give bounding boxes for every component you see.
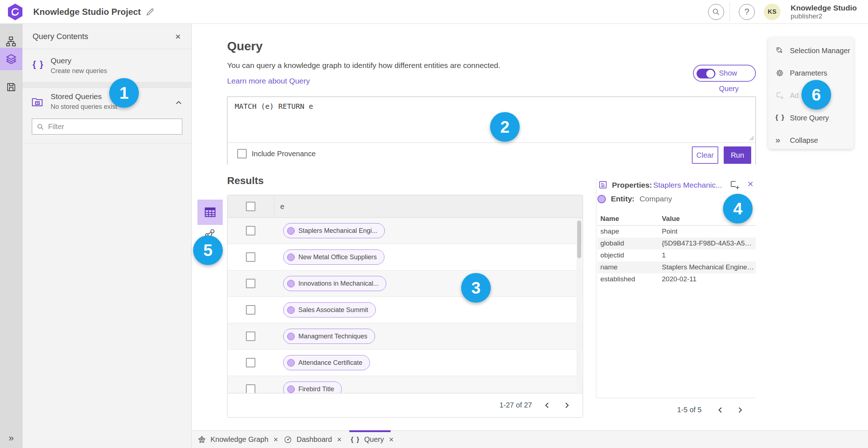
gear-icon	[775, 69, 784, 77]
properties-next-page-button[interactable]	[734, 404, 746, 416]
menu-item-label: Parameters	[790, 66, 827, 80]
stored-queries-subtitle: No stored queries exist	[51, 103, 117, 111]
close-tab-icon[interactable]: ×	[336, 435, 342, 444]
property-row: established 2020-02-11	[597, 273, 756, 285]
layers-button-selected[interactable]	[0, 48, 22, 70]
entity-type-dot-icon	[597, 195, 606, 203]
stored-queries-folder-icon	[31, 96, 43, 108]
entity-chip[interactable]: Staplers Mechanical Engi...	[283, 223, 385, 238]
table-row[interactable]: Managment Techniques	[227, 323, 583, 350]
close-tab-icon[interactable]: ×	[273, 435, 279, 444]
entity-dot-icon	[287, 227, 295, 235]
user-avatar[interactable]: KS	[764, 4, 780, 20]
search-button[interactable]	[708, 4, 724, 20]
menu-item-parameters[interactable]: Parameters	[768, 66, 854, 80]
table-row[interactable]: Innovations in Mechanical...	[227, 270, 583, 297]
toggle-label: Show Query	[719, 65, 755, 81]
show-query-toggle[interactable]: Show Query	[693, 65, 756, 82]
results-pagination: 1-27 of 27	[499, 401, 532, 409]
chevron-up-icon[interactable]	[174, 98, 183, 107]
include-provenance-checkbox[interactable]	[237, 149, 247, 158]
filter-input[interactable]	[48, 119, 178, 134]
property-row: name Staplers Mechanical Engineering	[597, 261, 756, 273]
sidebar-item-query[interactable]: { } Query Create new queries	[22, 49, 191, 82]
header-divider	[729, 2, 730, 22]
row-checkbox[interactable]	[246, 384, 255, 393]
table-row[interactable]: Attendance Certificate	[227, 350, 583, 376]
entity-dot-icon	[287, 280, 295, 287]
close-tab-icon[interactable]: ×	[388, 435, 394, 444]
run-button[interactable]: Run	[724, 146, 751, 164]
property-row: objectid 1	[597, 249, 756, 261]
query-code-input[interactable]: MATCH (e) RETURN e	[235, 102, 313, 111]
entity-chip[interactable]: Managment Techniques	[283, 329, 375, 344]
chevron-left-icon	[543, 401, 552, 410]
learn-more-link[interactable]: Learn more about Query	[227, 77, 310, 85]
annotation-badge-2: 2	[490, 112, 520, 142]
property-value: {5D9B4713-F98D-4A53-A59F-C11...	[662, 239, 755, 247]
tab-dashboard[interactable]: Dashboard ×	[284, 431, 342, 448]
entity-chip[interactable]: New Metal Office Suppliers	[283, 249, 384, 265]
sidebar-item-stored-queries[interactable]: Stored Queries No stored queries exist	[22, 88, 191, 119]
add-to-selection-icon[interactable]	[729, 179, 740, 190]
row-checkbox[interactable]	[246, 358, 255, 367]
table-row[interactable]: Sales Associate Summit	[227, 297, 583, 323]
menu-item-label: Selection Manager	[790, 43, 850, 58]
collapse-icon: »	[775, 136, 784, 145]
menu-item-store-query[interactable]: { } Store Query	[768, 111, 854, 125]
entity-chip[interactable]: Sales Associate Summit	[283, 302, 376, 317]
properties-close-icon[interactable]: ×	[744, 178, 757, 190]
entity-chip[interactable]: Attendance Certificate	[283, 355, 370, 370]
table-row[interactable]: Staplers Mechanical Engi...	[227, 218, 583, 244]
tab-query-active[interactable]: { } Query ×	[351, 431, 394, 448]
results-table: e Staplers Mechanical Engi... New Metal …	[227, 195, 583, 418]
clear-button[interactable]: Clear	[692, 146, 718, 164]
property-name: objectid	[600, 251, 624, 259]
table-row[interactable]: New Metal Office Suppliers	[227, 244, 583, 270]
sidebar-section-gap	[22, 82, 191, 88]
braces-icon: { }	[33, 59, 44, 69]
toggle-switch-icon[interactable]	[697, 69, 715, 78]
row-checkbox[interactable]	[246, 252, 255, 262]
entity-chip[interactable]: Firebird Title	[283, 381, 342, 393]
properties-entity-link[interactable]: Staplers Mechanic...	[653, 181, 722, 189]
selection-manager-icon	[775, 46, 784, 55]
menu-item-selection-manager[interactable]: Selection Manager	[768, 43, 854, 58]
expand-rail-button[interactable]: »	[0, 431, 22, 445]
tab-knowledge-graph[interactable]: Knowledge Graph ×	[197, 431, 279, 448]
edit-title-icon[interactable]	[145, 7, 155, 17]
entity-dot-icon	[287, 385, 295, 393]
entity-chip[interactable]: Innovations in Mechanical...	[283, 276, 386, 291]
entity-chip-label: Innovations in Mechanical...	[298, 280, 379, 287]
row-checkbox[interactable]	[246, 279, 255, 288]
results-prev-page-button[interactable]	[541, 400, 553, 411]
property-name: shape	[600, 227, 619, 235]
entity-chip-label: Sales Associate Summit	[298, 306, 368, 314]
row-checkbox[interactable]	[246, 332, 255, 341]
properties-label: Properties:	[612, 181, 652, 189]
table-row[interactable]: Firebird Title	[227, 376, 583, 393]
resize-handle-icon[interactable]	[749, 136, 754, 141]
annotation-badge-3: 3	[461, 273, 491, 303]
tab-label: Dashboard	[297, 435, 332, 444]
menu-item-collapse[interactable]: » Collapse	[768, 133, 854, 148]
entity-type-value: Company	[639, 195, 672, 203]
entity-dot-icon	[287, 333, 295, 340]
row-checkbox[interactable]	[246, 305, 255, 315]
results-scrollbar[interactable]	[576, 218, 582, 393]
help-button[interactable]: ?	[739, 4, 755, 20]
save-icon	[6, 82, 17, 93]
save-button[interactable]	[0, 76, 22, 98]
scrollbar-thumb[interactable]	[577, 221, 581, 258]
select-all-checkbox[interactable]	[246, 202, 255, 211]
row-checkbox[interactable]	[246, 226, 255, 235]
knowledge-studio-logo-icon	[7, 3, 24, 21]
user-info[interactable]: Knowledge Studio publisher2	[791, 4, 857, 20]
property-value: Staplers Mechanical Engineering	[662, 263, 755, 271]
results-next-page-button[interactable]	[561, 400, 573, 411]
table-view-button[interactable]	[197, 200, 223, 225]
sidebar-close-icon[interactable]: ×	[172, 30, 184, 43]
properties-prev-page-button[interactable]	[715, 404, 726, 416]
menu-item-label: Ad	[790, 88, 799, 103]
entity-chip-label: Staplers Mechanical Engi...	[298, 227, 377, 235]
